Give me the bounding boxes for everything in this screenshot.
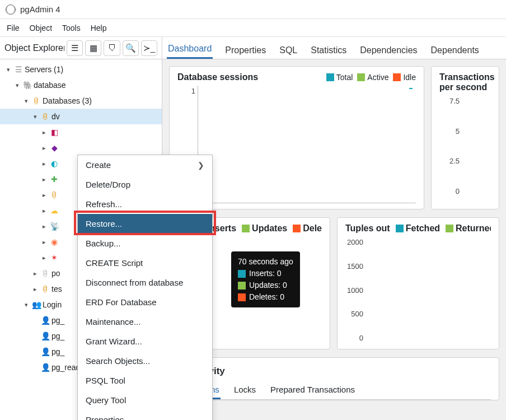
tab-dependents[interactable]: Dependents [430, 41, 480, 59]
tree-servers[interactable]: ▾☰Servers (1) [0, 62, 162, 77]
database-icon: 🛢 [39, 112, 51, 121]
elephant-icon: 🐘 [21, 81, 34, 90]
tree-catalogs[interactable]: ▸◆ [0, 140, 162, 156]
activity-subtabs: Sessions Locks Prepared Transactions [177, 377, 491, 400]
pub-icon: 📡 [48, 222, 60, 231]
explorer-tool-filter[interactable]: ⛉ [104, 40, 120, 56]
menubar: File Object Tools Help [0, 19, 506, 37]
search-icon[interactable]: 🔍 [123, 40, 139, 56]
explorer-tool-1[interactable]: ☰ [67, 40, 83, 56]
legend-active: Active [357, 73, 388, 82]
tps-chart: 7.5 5 2.5 0 [439, 96, 491, 197]
lang-icon: ☁ [48, 206, 60, 215]
ctx-search-objects[interactable]: Search Objects... [78, 351, 212, 371]
tree-server-database[interactable]: ▾🐘database [0, 77, 162, 93]
subtab-prepared[interactable]: Prepared Transactions [269, 381, 356, 399]
ctx-erd[interactable]: ERD For Database [78, 292, 212, 312]
ctx-properties[interactable]: Properties... [78, 410, 212, 420]
legend-returned: Returned [446, 223, 491, 234]
explorer-header: Object Explorer ☰ ▦ ⛉ 🔍 ≻_ [0, 37, 162, 59]
menu-tools[interactable]: Tools [62, 24, 81, 32]
ctx-restore[interactable]: Restore... [78, 214, 212, 234]
fdw-icon: 🛢 [48, 190, 60, 199]
window-titlebar: pgAdmin 4 [0, 0, 506, 19]
ctx-grant-wizard[interactable]: Grant Wizard... [78, 332, 212, 351]
ctx-disconnect[interactable]: Disconnect from database [78, 273, 212, 292]
tab-properties[interactable]: Properties [224, 41, 267, 59]
window-title: pgAdmin 4 [20, 4, 60, 14]
main-tabs: Dashboard Properties SQL Statistics Depe… [162, 37, 506, 59]
subtab-locks[interactable]: Locks [233, 381, 257, 399]
schema-icon: ◉ [48, 237, 60, 246]
legend-total: Total [326, 73, 353, 82]
tree-databases[interactable]: ▾🛢Databases (3) [0, 93, 162, 109]
ctx-delete[interactable]: Delete/Drop [78, 175, 212, 194]
event-icon: ◐ [48, 159, 60, 168]
ctx-query-tool[interactable]: Query Tool [78, 390, 212, 410]
content-area: Dashboard Properties SQL Statistics Depe… [162, 37, 506, 420]
ctx-backup[interactable]: Backup... [78, 234, 212, 253]
tuples-out-chart: 2000 1500 1000 500 0 [345, 237, 491, 343]
ctx-create-script[interactable]: CREATE Script [78, 253, 212, 273]
ctx-psql-tool[interactable]: PSQL Tool [78, 371, 212, 390]
ext-icon: ✚ [48, 175, 60, 184]
tree-casts[interactable]: ▸◧ [0, 124, 162, 140]
role-icon: 👤 [39, 316, 51, 325]
explorer-title: Object Explorer [4, 43, 64, 53]
legend-updates: Updates [242, 223, 287, 234]
menu-object[interactable]: Object [30, 24, 52, 32]
tab-statistics[interactable]: Statistics [310, 41, 348, 59]
tout-title: Tuples out [345, 223, 390, 234]
database-off-icon: 🛢 [39, 269, 51, 278]
servers-icon: ☰ [12, 65, 25, 74]
chart-tooltip: 70 seconds ago Inserts: 0 Updates: 0 Del… [231, 251, 300, 307]
role-icon: 👤 [39, 347, 51, 356]
tab-dependencies[interactable]: Dependencies [359, 41, 418, 59]
chevron-right-icon: ❯ [198, 161, 204, 170]
sub-icon: ✶ [48, 253, 60, 262]
tps-title: Transactions per second [439, 72, 495, 92]
database-icon: 🛢 [39, 284, 51, 293]
panel-tuples-out: Tuples out Fetched Returned 2000 1500 10… [337, 217, 499, 349]
ctx-create[interactable]: Create❯ [78, 155, 212, 175]
database-icon: 🛢 [30, 96, 43, 105]
casts-icon: ◧ [48, 128, 60, 137]
tree-db-dvdrental[interactable]: ▾🛢dv [0, 109, 162, 124]
legend-fetched: Fetched [396, 223, 440, 234]
explorer-tool-grid[interactable]: ▦ [85, 40, 101, 56]
context-menu: Create❯ Delete/Drop Refresh... Restore..… [77, 155, 213, 420]
roles-icon: 👥 [30, 300, 43, 309]
menu-file[interactable]: File [7, 24, 20, 32]
ctx-maintenance[interactable]: Maintenance... [78, 312, 212, 332]
panel-tps: Transactions per second 7.5 5 2.5 0 [431, 66, 499, 209]
menu-help[interactable]: Help [91, 24, 107, 32]
tab-sql[interactable]: SQL [278, 41, 298, 59]
legend-deletes: Dele [293, 223, 322, 234]
panel-server-activity: e activity Sessions Locks Prepared Trans… [169, 357, 499, 400]
legend-idle: Idle [393, 73, 416, 82]
role-icon: 👤 [39, 363, 51, 372]
terminal-icon[interactable]: ≻_ [141, 40, 157, 56]
app-icon [6, 4, 16, 15]
role-icon: 👤 [39, 332, 51, 340]
activity-title: e activity [177, 363, 491, 377]
ctx-refresh[interactable]: Refresh... [78, 194, 212, 214]
catalogs-icon: ◆ [48, 143, 60, 152]
sessions-chart: 1 [177, 86, 416, 203]
sessions-title: Database sessions [177, 72, 258, 82]
tooltip-time: 70 seconds ago [238, 256, 293, 268]
tab-dashboard[interactable]: Dashboard [167, 39, 213, 59]
